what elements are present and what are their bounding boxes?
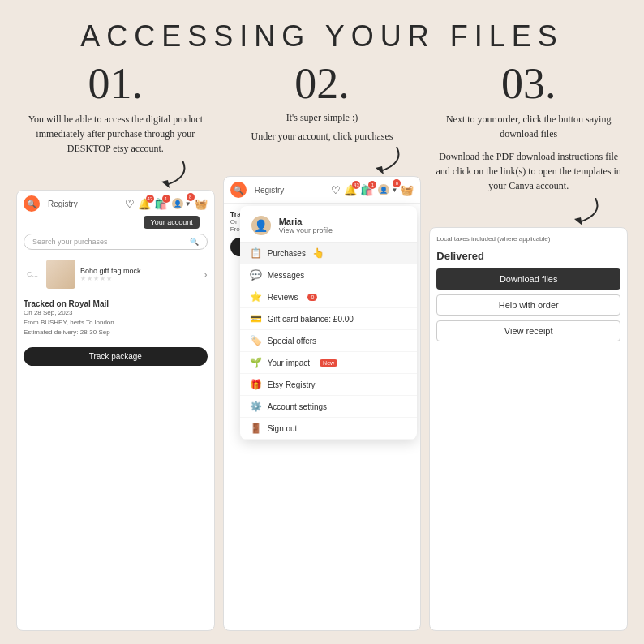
- sign-out-label: Sign out: [268, 424, 298, 433]
- giftcard-icon: 💳: [250, 313, 261, 324]
- screen-1: 🔍 Registry ♡ 🔔 43 🛍️ 1 👤: [16, 190, 215, 631]
- track-package-button[interactable]: Track package: [24, 347, 208, 366]
- sign-out-icon: 🚪: [250, 423, 261, 434]
- dropdown-account-settings[interactable]: ⚙️ Account settings: [240, 396, 418, 418]
- shipping-estimate: Estimated delivery: 28-30 Sep: [24, 328, 208, 337]
- dropdown-user-info: Maria View your profile: [279, 217, 333, 234]
- screen-3: Local taxes included (where applicable) …: [429, 227, 628, 631]
- screen2-avatar[interactable]: 👤: [376, 182, 391, 197]
- screen2-nav: 🔍 Registry ♡ 🔔 43 🛍️ 1 👤: [224, 177, 421, 204]
- dropdown-reviews[interactable]: ⭐ Reviews 0: [240, 286, 418, 308]
- step-3-number: 03.: [501, 62, 556, 105]
- cart-container: 🛍️ 1: [154, 198, 167, 210]
- etsy-registry-icon: 🎁: [250, 379, 261, 390]
- search-icon-2: 🔍: [190, 238, 199, 246]
- dropdown-purchases[interactable]: 📋 Purchases 👆: [240, 243, 418, 264]
- screen2-bell-badge: 43: [352, 181, 360, 189]
- order-stars: ★★★★★: [80, 275, 199, 282]
- nav-icons: ♡ 🔔 43 🛍️ 1 👤 ▼ 8: [125, 196, 208, 211]
- screen2-nav-icons: ♡ 🔔 43 🛍️ 1 👤 ▼ 8: [331, 182, 414, 197]
- order-thumbnail: [46, 260, 75, 289]
- special-offers-label: Special offers: [268, 337, 316, 346]
- step-2-desc-bottom: Under your account, click purchases: [251, 129, 393, 144]
- order-item[interactable]: C... Boho gift tag mock ... ★★★★★ ›: [17, 255, 214, 294]
- shipping-date: On 28 Sep, 2023: [24, 308, 208, 318]
- bell-badge: 43: [146, 195, 154, 203]
- delivered-label: Delivered: [436, 250, 620, 262]
- order-info: Boho gift tag mock ... ★★★★★: [80, 267, 199, 282]
- step-2-arrow: [364, 147, 413, 176]
- screen2-bell-container: 🔔 43: [344, 184, 357, 196]
- order-title: Boho gift tag mock ...: [80, 267, 161, 275]
- help-with-order-button[interactable]: Help with order: [436, 294, 620, 316]
- impact-label: Your impact: [268, 358, 310, 367]
- search-bar[interactable]: Search your purchases 🔍: [24, 234, 208, 250]
- reviews-badge: 0: [307, 294, 317, 301]
- page-title: ACCESSING YOUR FILES: [80, 19, 563, 54]
- screen2-registry-link: Registry: [251, 186, 327, 195]
- impact-new-badge: New: [320, 359, 337, 367]
- dropdown-username: Maria: [279, 217, 333, 226]
- avatar-container: 👤 ▼ 8: [170, 196, 191, 211]
- dropdown-view-profile[interactable]: View your profile: [279, 226, 333, 234]
- svg-marker-1: [376, 166, 384, 174]
- shipping-title: Tracked on Royal Mail: [24, 299, 208, 308]
- shipping-from: From BUSHEY, herts To london: [24, 318, 208, 328]
- screen-2: 🔍 Registry ♡ 🔔 43 🛍️ 1 👤: [223, 176, 422, 631]
- screen2-basket-icon: 🧺: [401, 184, 414, 196]
- screen2-search-icon[interactable]: 🔍: [230, 182, 247, 198]
- dropdown-header: 👤 Maria View your profile: [240, 206, 418, 243]
- purchases-icon: 📋: [250, 247, 261, 259]
- heart-icon: ♡: [125, 198, 135, 210]
- dropdown-etsy-registry[interactable]: 🎁 Etsy Registry: [240, 374, 418, 396]
- dropdown-messages[interactable]: 💬 Messages: [240, 264, 418, 286]
- view-receipt-button[interactable]: View receipt: [436, 320, 620, 341]
- impact-icon: 🌱: [250, 357, 261, 368]
- purchases-label: Purchases: [268, 249, 306, 258]
- svg-marker-2: [574, 217, 582, 225]
- screen2-heart-icon: ♡: [331, 184, 341, 196]
- registry-link: Registry: [45, 200, 120, 208]
- step-1-number: 01.: [88, 62, 144, 105]
- dropdown-avatar: 👤: [250, 214, 273, 237]
- dropdown-your-impact[interactable]: 🌱 Your impact New: [240, 352, 418, 374]
- messages-label: Messages: [268, 271, 305, 280]
- step-2-column: 02. It's super simple :) Under your acco…: [223, 62, 422, 631]
- settings-icon: ⚙️: [250, 401, 261, 412]
- step-3-arrow: [563, 198, 612, 227]
- special-offers-icon: 🏷️: [250, 335, 261, 346]
- cart-badge: 1: [162, 195, 170, 203]
- download-files-button[interactable]: Download files: [436, 268, 620, 290]
- screen1-nav: 🔍 Registry ♡ 🔔 43 🛍️ 1 👤: [17, 191, 214, 217]
- etsy-registry-label: Etsy Registry: [268, 380, 316, 389]
- reviews-label: Reviews: [268, 293, 298, 302]
- messages-icon: 💬: [250, 269, 261, 281]
- search-icon[interactable]: 🔍: [24, 195, 40, 212]
- screen2-avatar-badge: 8: [393, 179, 401, 187]
- tooltip-container: Your account: [17, 216, 214, 229]
- screen2-cart-container: 🛍️ 1: [360, 184, 373, 196]
- page: ACCESSING YOUR FILES 01. You will be abl…: [0, 0, 644, 644]
- avatar[interactable]: 👤: [170, 196, 185, 211]
- step-1-column: 01. You will be able to access the digit…: [16, 62, 215, 631]
- shipping-info: Tracked on Royal Mail On 28 Sep, 2023 Fr…: [17, 294, 214, 342]
- giftcard-label: Gift card balance: £0.00: [268, 315, 354, 324]
- basket-icon: 🧺: [195, 198, 208, 210]
- step-2-number: 02.: [294, 62, 350, 105]
- step-3-column: 03. Next to your order, click the button…: [429, 62, 628, 631]
- step-3-desc-top: Next to your order, click the button say…: [429, 112, 628, 141]
- dropdown-special-offers[interactable]: 🏷️ Special offers: [240, 330, 418, 352]
- avatar-badge: 8: [187, 193, 195, 201]
- step-3-desc-bottom: Download the PDF download instructions f…: [429, 149, 628, 193]
- screen2-avatar-container: 👤 ▼ 8: [376, 182, 397, 197]
- search-placeholder: Search your purchases: [32, 238, 108, 246]
- dropdown-sign-out[interactable]: 🚪 Sign out: [240, 418, 418, 440]
- dropdown-gift-card[interactable]: 💳 Gift card balance: £0.00: [240, 308, 418, 330]
- order-chevron-icon[interactable]: ›: [204, 268, 208, 281]
- account-dropdown: 👤 Maria View your profile 📋 Purchases 👆: [240, 206, 418, 440]
- cursor-icon: 👆: [312, 247, 324, 259]
- reviews-icon: ⭐: [250, 291, 261, 303]
- account-tooltip: Your account: [144, 216, 199, 229]
- step-2-desc-top: It's super simple :): [286, 112, 358, 124]
- c-label: C...: [24, 270, 41, 278]
